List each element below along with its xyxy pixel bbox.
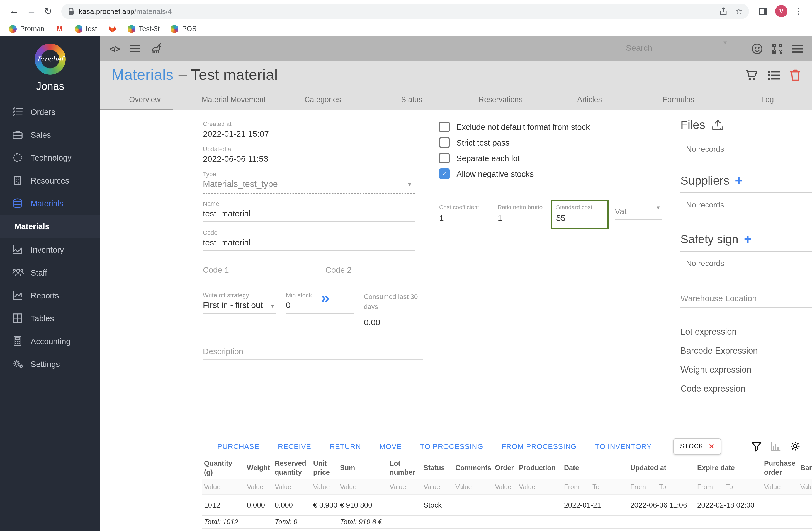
- column-header-date[interactable]: Date: [562, 457, 628, 479]
- search-input[interactable]: [625, 42, 737, 55]
- filter-input[interactable]: From: [630, 483, 654, 491]
- menu-icon[interactable]: [130, 45, 140, 53]
- forward-button[interactable]: →: [27, 5, 36, 17]
- tab-articles[interactable]: Articles: [545, 89, 634, 110]
- min-stock-input[interactable]: Min stock 0: [286, 292, 354, 327]
- checkbox-box[interactable]: [439, 153, 450, 164]
- bookmark-item[interactable]: Proman: [9, 25, 45, 33]
- cart-icon[interactable]: [745, 69, 758, 81]
- description-input[interactable]: Description: [203, 347, 423, 360]
- filter-input[interactable]: Value: [313, 483, 332, 491]
- column-header-status[interactable]: Status: [421, 457, 453, 479]
- gear-icon[interactable]: [790, 441, 801, 452]
- purchase-button[interactable]: PURCHASE: [217, 442, 259, 450]
- add-safety-sign-button[interactable]: +: [744, 234, 752, 244]
- filter-input[interactable]: Value: [340, 483, 377, 491]
- sidebar-item-technology[interactable]: Technology: [0, 146, 100, 169]
- checkbox-box[interactable]: [439, 137, 450, 148]
- filter-input[interactable]: Value: [390, 483, 414, 491]
- column-header-reserved-quantity[interactable]: Reserved quantity: [273, 457, 311, 479]
- profile-avatar[interactable]: V: [775, 5, 787, 17]
- tab-overview[interactable]: Overview: [100, 89, 189, 110]
- filter-input[interactable]: Value: [204, 483, 235, 491]
- ratio-netto-brutto-input[interactable]: Ratio netto brutto1: [498, 204, 545, 226]
- filter-input[interactable]: From: [697, 483, 721, 491]
- unicorn-icon[interactable]: [150, 42, 162, 55]
- cost-coefficient-input[interactable]: Cost coefficient1: [439, 204, 487, 226]
- write-off-strategy-select[interactable]: Write off strategy First in - first out▼: [203, 292, 276, 327]
- filter-input[interactable]: Value: [800, 483, 812, 491]
- tab-log[interactable]: Log: [723, 89, 812, 110]
- filter-input[interactable]: Value: [423, 483, 446, 491]
- column-header-production[interactable]: Production: [517, 457, 562, 479]
- sidebar-item-sales[interactable]: Sales: [0, 123, 100, 146]
- column-header-comments[interactable]: Comments: [453, 457, 493, 479]
- vat-input[interactable]: Vat▼: [615, 204, 662, 220]
- bookmark-item[interactable]: M: [56, 25, 63, 33]
- tab-categories[interactable]: Categories: [278, 89, 367, 110]
- type-select[interactable]: Type Materials_test_type ▼: [203, 171, 415, 194]
- tab-formulas[interactable]: Formulas: [634, 89, 723, 110]
- share-icon[interactable]: [720, 7, 728, 15]
- checkbox-exclude-not-default-format-from-stock[interactable]: Exclude not default format from stock: [439, 122, 673, 132]
- column-header-unit-price[interactable]: Unit price: [311, 457, 338, 479]
- column-header-barcode[interactable]: Barcode: [798, 457, 812, 479]
- sidebar-item-materials[interactable]: Materials: [0, 192, 100, 215]
- sidebar-item-settings[interactable]: Settings: [0, 352, 100, 375]
- from-processing-button[interactable]: FROM PROCESSING: [502, 442, 577, 450]
- column-header-sum[interactable]: Sum: [338, 457, 387, 479]
- filter-input[interactable]: To: [659, 483, 683, 491]
- column-header-purchase-order[interactable]: Purchase order: [762, 457, 798, 479]
- filter-input[interactable]: Value: [764, 483, 790, 491]
- delete-icon[interactable]: [790, 69, 801, 81]
- bookmark-star-icon[interactable]: ☆: [735, 7, 742, 15]
- materials-breadcrumb-link[interactable]: Materials: [112, 66, 174, 83]
- bookmark-item[interactable]: test: [75, 25, 97, 33]
- filter-icon[interactable]: [751, 441, 762, 451]
- sidebar-item-orders[interactable]: Orders: [0, 100, 100, 123]
- sidebar-item-inventory[interactable]: Inventory: [0, 238, 100, 261]
- column-header-expire-date[interactable]: Expire date: [695, 457, 762, 479]
- code-input[interactable]: Code test_material: [203, 229, 415, 251]
- side-panel-icon[interactable]: [758, 7, 767, 15]
- tab-status[interactable]: Status: [367, 89, 456, 110]
- reload-button[interactable]: ↻: [44, 5, 52, 17]
- checkbox-box[interactable]: ✓: [439, 168, 450, 179]
- column-header-weight[interactable]: Weight: [245, 457, 273, 479]
- toolbar-menu-icon[interactable]: [792, 44, 803, 53]
- column-header-lot-number[interactable]: Lot number: [387, 457, 421, 479]
- bookmark-item[interactable]: [108, 25, 116, 33]
- receive-button[interactable]: RECEIVE: [278, 442, 311, 450]
- remove-stock-filter-icon[interactable]: ✕: [708, 442, 714, 450]
- browser-menu-icon[interactable]: ⋮: [795, 6, 803, 16]
- chart-icon[interactable]: [770, 441, 781, 451]
- sidebar-subitem-materials[interactable]: Materials: [0, 215, 100, 238]
- to-inventory-button[interactable]: TO INVENTORY: [595, 442, 652, 450]
- search-field[interactable]: ▼: [625, 42, 728, 55]
- checkbox-box[interactable]: [439, 122, 450, 132]
- filter-input[interactable]: Value: [495, 483, 511, 491]
- column-header-updated-at[interactable]: Updated at: [628, 457, 695, 479]
- tab-reservations[interactable]: Reservations: [456, 89, 545, 110]
- filter-input[interactable]: Value: [455, 483, 484, 491]
- column-header-order[interactable]: Order: [493, 457, 517, 479]
- checkbox-allow-negative-stocks[interactable]: ✓Allow negative stocks: [439, 168, 673, 179]
- tab-material-movement[interactable]: Material Movement: [189, 89, 278, 110]
- filter-input[interactable]: To: [726, 483, 750, 491]
- to-processing-button[interactable]: TO PROCESSING: [420, 442, 483, 450]
- sidebar-item-accounting[interactable]: Accounting: [0, 330, 100, 352]
- warehouse-location-select[interactable]: Warehouse Location ▼: [680, 293, 812, 308]
- checkbox-strict-test-pass[interactable]: Strict test pass: [439, 137, 673, 148]
- code2-input[interactable]: Code 2: [325, 266, 430, 278]
- move-button[interactable]: MOVE: [379, 442, 402, 450]
- qr-code-icon[interactable]: [772, 43, 783, 54]
- back-button[interactable]: ←: [10, 5, 19, 17]
- standard-cost-input[interactable]: Standard cost55: [551, 200, 609, 229]
- stock-table-row[interactable]: 10120.0000.000€ 0.900€ 910.800Stock2022-…: [202, 494, 812, 515]
- return-button[interactable]: RETURN: [330, 442, 361, 450]
- stock-filter-chip[interactable]: STOCK✕: [673, 438, 722, 454]
- sidebar-item-resources[interactable]: Resources: [0, 169, 100, 192]
- sidebar-item-tables[interactable]: Tables: [0, 307, 100, 330]
- code1-input[interactable]: Code 1: [203, 266, 308, 278]
- list-view-icon[interactable]: [768, 70, 780, 80]
